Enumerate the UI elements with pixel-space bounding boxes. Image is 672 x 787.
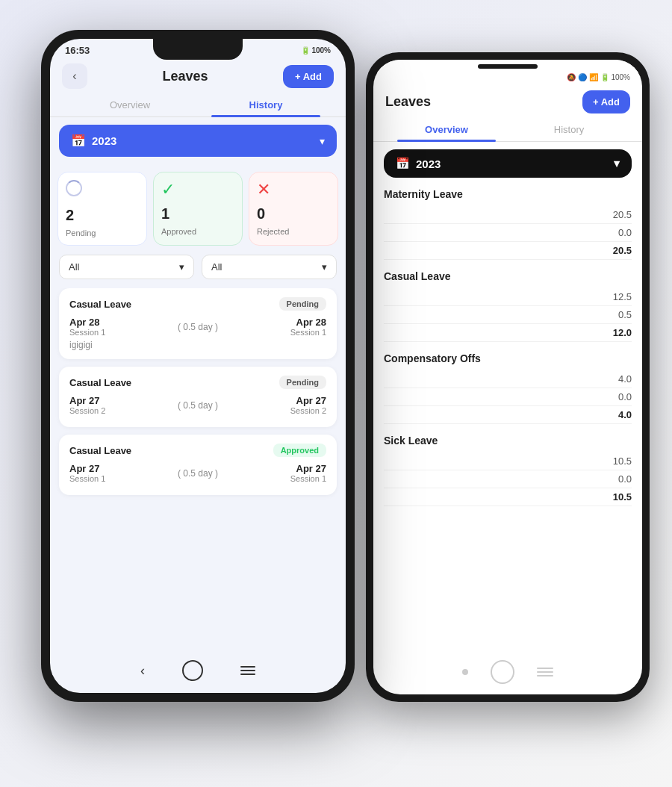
p2-calendar-icon: 📅 (396, 157, 410, 170)
nav-home-icon[interactable] (182, 660, 203, 681)
p2-year-selector[interactable]: 📅 2023 ▾ (384, 149, 632, 178)
p2-tab-bar: Overview History (373, 118, 642, 142)
leave-section-sick: Sick Leave 10.5 0.0 10.5 (384, 435, 632, 506)
check-circle-icon: ✓ (161, 180, 234, 199)
phone2-status-icons: 🔕 🔵 📶 🔋 100% (567, 73, 630, 81)
leave-type: Casual Leave (69, 299, 131, 310)
pending-card[interactable]: 2 Pending (57, 172, 147, 246)
nav-menu-icon[interactable] (240, 666, 255, 675)
phone1-bottom-nav: ‹ (140, 660, 255, 681)
tab-overview[interactable]: Overview (62, 93, 198, 116)
leave-card-header: Casual Leave Approved (69, 444, 326, 457)
p2-year-label: 2023 (416, 158, 441, 170)
page-title: Leaves (162, 69, 208, 84)
p2-page-title: Leaves (385, 94, 431, 110)
nav-dot (462, 669, 468, 675)
phone1-notch (153, 39, 243, 60)
leave-row: 0.0 (384, 470, 632, 488)
leave-duration: ( 0.5 day ) (178, 322, 218, 332)
leave-card-header: Casual Leave Pending (69, 297, 326, 311)
leave-row: 10.5 (384, 452, 632, 470)
approved-count: 1 (161, 205, 234, 223)
leave-dates: Apr 27 Session 1 ( 0.5 day ) Apr 27 Sess… (69, 463, 326, 483)
leave-row: 0.0 (384, 388, 632, 406)
chevron-down-icon: ▾ (179, 261, 184, 273)
leave-duration: ( 0.5 day ) (178, 468, 218, 479)
leave-card-header: Casual Leave Pending (69, 376, 326, 389)
leave-row: 4.0 (384, 370, 632, 388)
year-selector[interactable]: 📅 2023 ▾ (59, 125, 337, 157)
leave-overview: Maternity Leave 20.5 0.0 20.5 Casual Lea… (373, 188, 642, 506)
from-date: Apr 27 Session 2 (69, 395, 105, 415)
leave-dates: Apr 27 Session 2 ( 0.5 day ) Apr 27 Sess… (69, 395, 326, 415)
add-button[interactable]: + Add (283, 65, 334, 88)
p2-tab-history[interactable]: History (508, 118, 630, 141)
section-title: Maternity Leave (384, 188, 632, 200)
section-title: Compensatory Offs (384, 352, 632, 364)
leave-section-casual: Casual Leave 12.5 0.5 12.0 (384, 270, 632, 342)
leave-section-comp: Compensatory Offs 4.0 0.0 4.0 (384, 352, 632, 424)
phone2-notch-area (373, 60, 642, 73)
phone1-status-icons: 🔋 100% (301, 46, 331, 55)
pending-label: Pending (66, 228, 139, 237)
tab-history[interactable]: History (198, 93, 334, 116)
leave-remark: igigigi (69, 340, 326, 350)
back-button[interactable]: ‹ (62, 63, 87, 89)
chevron-down-icon: ▾ (320, 135, 325, 147)
leave-card[interactable]: Casual Leave Approved Apr 27 Session 1 (… (59, 435, 337, 495)
phone2-pill (478, 64, 538, 69)
section-title: Casual Leave (384, 270, 632, 282)
x-circle-icon: ✕ (257, 180, 330, 199)
p2-tab-overview[interactable]: Overview (385, 118, 508, 141)
nav-menu-icon[interactable] (537, 668, 553, 676)
spinner-icon (66, 180, 139, 201)
leave-list: Casual Leave Pending Apr 28 Session 1 ( … (50, 288, 346, 503)
leave-card[interactable]: Casual Leave Pending Apr 28 Session 1 ( … (59, 288, 337, 359)
leave-row: 20.5 (384, 206, 632, 224)
app-header: ‹ Leaves + Add (50, 56, 346, 93)
status-badge: Pending (279, 297, 326, 311)
status-cards-container: 2 Pending ✓ 1 Approved ✕ 0 Rejected (50, 164, 346, 255)
to-date: Apr 28 Session 1 (290, 317, 326, 337)
leave-type: Casual Leave (69, 377, 131, 388)
filter-type[interactable]: All ▾ (59, 255, 194, 279)
tab-bar: Overview History (50, 93, 346, 117)
to-date: Apr 27 Session 1 (290, 463, 326, 483)
filter-row: All ▾ All ▾ (50, 255, 346, 288)
phone2-bottom-nav (462, 660, 553, 684)
rejected-label: Rejected (257, 227, 330, 236)
leave-row: 0.5 (384, 306, 632, 324)
phone2-statusbar: 🔕 🔵 📶 🔋 100% (373, 73, 642, 84)
phone2-screen: 🔕 🔵 📶 🔋 100% Leaves + Add Overview Histo… (373, 60, 642, 694)
p2-add-button[interactable]: + Add (582, 90, 630, 113)
to-date: Apr 27 Session 2 (290, 395, 326, 415)
leave-row-total: 4.0 (384, 406, 632, 424)
nav-home-icon[interactable] (491, 660, 514, 684)
leave-row-total: 20.5 (384, 242, 632, 260)
year-label: 📅 2023 (71, 134, 116, 148)
filter-status[interactable]: All ▾ (202, 255, 337, 279)
leave-row-total: 12.0 (384, 324, 632, 342)
leave-card[interactable]: Casual Leave Pending Apr 27 Session 2 ( … (59, 367, 337, 427)
chevron-down-icon: ▾ (322, 261, 327, 273)
p2-app-header: Leaves + Add (373, 84, 642, 118)
approved-label: Approved (161, 227, 234, 236)
from-date: Apr 28 Session 1 (69, 317, 105, 337)
approved-card[interactable]: ✓ 1 Approved (153, 172, 243, 246)
phone2: 🔕 🔵 📶 🔋 100% Leaves + Add Overview Histo… (366, 52, 650, 702)
p2-chevron-down-icon: ▾ (614, 157, 620, 170)
pending-count: 2 (66, 207, 139, 224)
rejected-count: 0 (257, 205, 330, 223)
leave-row-total: 10.5 (384, 488, 632, 506)
leave-dates: Apr 28 Session 1 ( 0.5 day ) Apr 28 Sess… (69, 317, 326, 337)
leave-section-maternity: Maternity Leave 20.5 0.0 20.5 (384, 188, 632, 260)
leave-duration: ( 0.5 day ) (178, 400, 218, 411)
nav-back-icon[interactable]: ‹ (140, 663, 145, 679)
rejected-card[interactable]: ✕ 0 Rejected (249, 172, 338, 246)
status-badge: Approved (273, 444, 326, 457)
section-title: Sick Leave (384, 435, 632, 447)
phone1: 16:53 🔋 100% ‹ Leaves + Add Overview His… (41, 30, 355, 702)
leave-row: 12.5 (384, 288, 632, 306)
status-badge: Pending (279, 376, 326, 389)
from-date: Apr 27 Session 1 (69, 463, 105, 483)
